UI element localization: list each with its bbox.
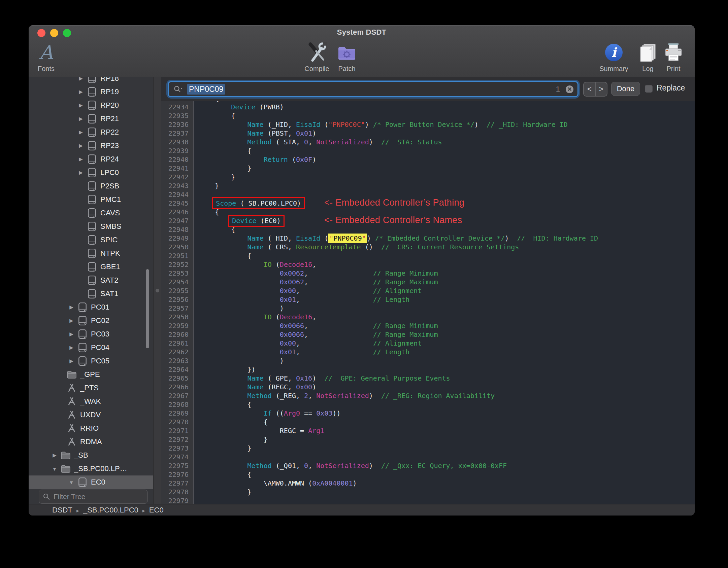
sidebar-item-SMBS[interactable]: SMBS (29, 220, 153, 233)
device-icon (88, 127, 96, 137)
line-number: 22962 (161, 348, 193, 356)
chevron-right-icon[interactable]: ▶ (76, 102, 86, 108)
sidebar-item-SAT2[interactable]: SAT2 (29, 274, 153, 287)
line-number: 22960 (161, 330, 193, 339)
search-menu-icon[interactable] (173, 85, 184, 93)
sidebar-item-SPIC[interactable]: SPIC (29, 233, 153, 247)
code-line: REGC = Arg1 (194, 426, 695, 435)
device-icon (78, 343, 87, 353)
sidebar-item-RP22[interactable]: ▶RP22 (29, 126, 153, 139)
code-line: 0x00, // Alignment (194, 339, 695, 348)
find-previous-button[interactable]: < (584, 82, 596, 96)
chevron-right-icon[interactable]: ▶ (76, 170, 86, 176)
breadcrumb-separator: ▸ (142, 508, 145, 513)
filter-tree-input[interactable] (53, 492, 138, 501)
code-line: 0x0066, // Range Maximum (194, 330, 695, 339)
sidebar-item-LPC0[interactable]: ▶LPC0 (29, 166, 153, 179)
chevron-right-icon[interactable]: ▶ (66, 331, 76, 337)
code-line: } (194, 444, 695, 453)
code-line: Device (PWRB) (194, 103, 695, 111)
breadcrumb-segment[interactable]: _SB.PC00.LPC0 (83, 506, 138, 514)
patch-button[interactable]: Patch (322, 41, 372, 73)
breadcrumb-separator: ▸ (76, 508, 79, 513)
line-number: 22950 (161, 243, 193, 251)
sidebar-item-RP23[interactable]: ▶RP23 (29, 139, 153, 152)
sidebar-item-PMC1[interactable]: PMC1 (29, 193, 153, 206)
sidebar-item-PC02[interactable]: ▶PC02 (29, 314, 153, 327)
fonts-button[interactable]: A Fonts (29, 41, 71, 73)
sidebar-item-GBE1[interactable]: GBE1 (29, 260, 153, 274)
line-number: 22974 (161, 453, 193, 461)
breadcrumb-segment[interactable]: EC0 (149, 506, 164, 514)
sidebar-item-label: RDMA (80, 437, 102, 446)
chevron-right-icon[interactable]: ▶ (76, 156, 86, 162)
sidebar-item-PC05[interactable]: ▶PC05 (29, 354, 153, 368)
print-button[interactable]: Print (648, 41, 695, 73)
titlebar: System DSDT A Fonts Compile (29, 25, 695, 77)
device-icon (88, 208, 96, 218)
line-number: 22936 (161, 120, 193, 129)
replace-checkbox[interactable] (645, 85, 653, 93)
line-number: 22973 (161, 444, 193, 453)
code-line: Name (_CRS, ResourceTemplate () // _CRS:… (194, 243, 695, 251)
search-field[interactable]: PNP0C09 1 ✕ (168, 81, 578, 97)
sidebar-item-label: RP24 (100, 155, 119, 164)
sidebar-scrollbar[interactable] (146, 269, 149, 348)
code-text-area[interactable]: { Device (PWRB) { Name (_HID, EisaId ("P… (194, 101, 695, 504)
chevron-right-icon[interactable]: ▶ (76, 116, 86, 122)
sidebar-item-RP20[interactable]: ▶RP20 (29, 99, 153, 112)
sidebar-item-UXDV[interactable]: UXDV (29, 408, 153, 422)
sidebar-item-EC0[interactable]: ▼EC0 (29, 475, 153, 489)
sidebar-item-NTPK[interactable]: NTPK (29, 247, 153, 260)
sidebar-item-RP21[interactable]: ▶RP21 (29, 112, 153, 126)
chevron-right-icon[interactable]: ▶ (76, 129, 86, 135)
clear-search-icon[interactable]: ✕ (566, 85, 573, 93)
sidebar-item-RP19[interactable]: ▶RP19 (29, 85, 153, 99)
sidebar-item-P2SB[interactable]: P2SB (29, 179, 153, 193)
sidebar-item-CAVS[interactable]: CAVS (29, 206, 153, 220)
chevron-right-icon[interactable]: ▶ (66, 304, 76, 310)
chevron-right-icon[interactable]: ▶ (66, 345, 76, 351)
sidebar-item-SAT1[interactable]: SAT1 (29, 287, 153, 300)
chevron-down-icon[interactable]: ▼ (66, 480, 76, 485)
sidebar-item-RRIO[interactable]: RRIO (29, 422, 153, 435)
sidebar-item-_SB[interactable]: ▶_SB (29, 449, 153, 462)
chevron-right-icon[interactable]: ▶ (76, 77, 86, 81)
editor-pane: PNP0C09 1 ✕ < > Done Replace 22933229342… (161, 77, 695, 504)
sidebar-item-RP24[interactable]: ▶RP24 (29, 152, 153, 166)
sidebar-item-label: RP21 (100, 114, 119, 123)
chevron-right-icon[interactable]: ▶ (49, 452, 60, 458)
sidebar-item-_PTS[interactable]: _PTS (29, 381, 153, 395)
chevron-right-icon[interactable]: ▶ (76, 89, 86, 95)
line-number: 22944 (161, 190, 193, 199)
line-number: 22968 (161, 400, 193, 409)
sidebar-item-RDMA[interactable]: RDMA (29, 435, 153, 449)
search-input[interactable]: PNP0C09 (187, 84, 225, 95)
device-icon (78, 477, 87, 487)
chevron-right-icon[interactable]: ▶ (66, 358, 76, 364)
sidebar: ▶RP18▶RP19▶RP20▶RP21▶RP22▶RP23▶RP24▶LPC0… (29, 77, 153, 504)
sidebar-item-RP18[interactable]: ▶RP18 (29, 77, 153, 85)
line-number: 22940 (161, 155, 193, 164)
chevron-right-icon[interactable]: ▶ (66, 318, 76, 324)
code-editor[interactable]: 2293322934229352293622937229382293922940… (161, 101, 695, 504)
device-icon (88, 194, 96, 205)
sidebar-item-_SBPC00LP[interactable]: ▼_SB.PC00.LP… (29, 462, 153, 475)
device-icon (88, 141, 96, 151)
line-number-gutter: 2293322934229352293622937229382293922940… (161, 101, 194, 504)
find-next-button[interactable]: > (596, 82, 607, 96)
sidebar-item-label: SMBS (100, 222, 121, 231)
line-number: 22934 (161, 103, 193, 111)
breadcrumb-segment[interactable]: DSDT (52, 506, 72, 514)
split-divider[interactable] (153, 77, 162, 504)
done-button[interactable]: Done (611, 82, 640, 96)
sidebar-item-label: PC03 (91, 330, 109, 339)
sidebar-item-PC01[interactable]: ▶PC01 (29, 300, 153, 314)
line-number: 22953 (161, 269, 193, 278)
sidebar-item-PC04[interactable]: ▶PC04 (29, 341, 153, 354)
chevron-right-icon[interactable]: ▶ (76, 143, 86, 149)
sidebar-item-_GPE[interactable]: _GPE (29, 368, 153, 381)
chevron-down-icon[interactable]: ▼ (49, 466, 60, 472)
sidebar-item-PC03[interactable]: ▶PC03 (29, 327, 153, 341)
sidebar-item-_WAK[interactable]: _WAK (29, 395, 153, 408)
